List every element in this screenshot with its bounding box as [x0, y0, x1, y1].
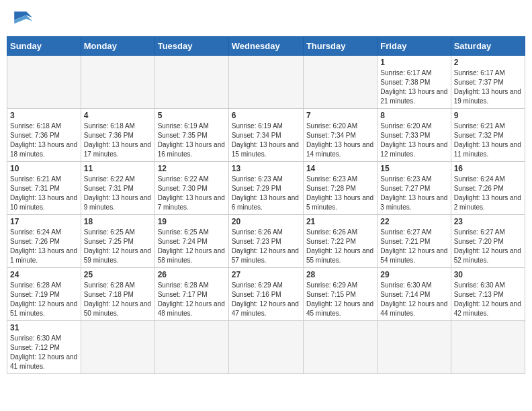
logo [9, 7, 36, 31]
day-info: Sunrise: 6:23 AM Sunset: 7:29 PM Dayligh… [232, 175, 300, 212]
day-info: Sunrise: 6:29 AM Sunset: 7:16 PM Dayligh… [232, 281, 300, 318]
day-info: Sunrise: 6:30 AM Sunset: 7:13 PM Dayligh… [454, 281, 522, 318]
calendar-cell [228, 56, 303, 109]
logo-icon [9, 7, 34, 31]
day-number: 27 [232, 270, 300, 279]
calendar-cell: 30Sunrise: 6:30 AM Sunset: 7:13 PM Dayli… [451, 268, 525, 321]
day-number: 12 [158, 164, 226, 173]
week-row-4: 17Sunrise: 6:24 AM Sunset: 7:26 PM Dayli… [7, 215, 525, 268]
day-number: 30 [454, 270, 522, 279]
day-header-tuesday: Tuesday [154, 37, 228, 56]
calendar-cell [81, 56, 154, 109]
day-info: Sunrise: 6:21 AM Sunset: 7:32 PM Dayligh… [454, 122, 522, 159]
day-info: Sunrise: 6:30 AM Sunset: 7:14 PM Dayligh… [380, 281, 447, 318]
day-info: Sunrise: 6:22 AM Sunset: 7:31 PM Dayligh… [84, 175, 152, 212]
day-number: 8 [380, 111, 447, 120]
calendar-cell: 21Sunrise: 6:26 AM Sunset: 7:22 PM Dayli… [303, 215, 377, 268]
day-info: Sunrise: 6:19 AM Sunset: 7:34 PM Dayligh… [232, 122, 300, 159]
week-row-1: 1Sunrise: 6:17 AM Sunset: 7:38 PM Daylig… [7, 56, 525, 109]
day-header-wednesday: Wednesday [228, 37, 303, 56]
calendar-cell: 2Sunrise: 6:17 AM Sunset: 7:37 PM Daylig… [451, 56, 525, 109]
day-number: 15 [380, 164, 447, 173]
calendar-cell: 16Sunrise: 6:24 AM Sunset: 7:26 PM Dayli… [451, 162, 525, 215]
calendar-cell: 24Sunrise: 6:28 AM Sunset: 7:19 PM Dayli… [7, 268, 81, 321]
calendar-cell: 15Sunrise: 6:23 AM Sunset: 7:27 PM Dayli… [378, 162, 451, 215]
day-number: 5 [158, 111, 226, 120]
calendar-cell [154, 56, 228, 109]
day-info: Sunrise: 6:30 AM Sunset: 7:12 PM Dayligh… [10, 334, 78, 371]
day-info: Sunrise: 6:18 AM Sunset: 7:36 PM Dayligh… [84, 122, 152, 159]
calendar-cell: 5Sunrise: 6:19 AM Sunset: 7:35 PM Daylig… [154, 109, 228, 162]
day-number: 18 [84, 217, 152, 226]
calendar-cell: 17Sunrise: 6:24 AM Sunset: 7:26 PM Dayli… [7, 215, 81, 268]
day-number: 23 [454, 217, 522, 226]
calendar-cell: 23Sunrise: 6:27 AM Sunset: 7:20 PM Dayli… [451, 215, 525, 268]
day-info: Sunrise: 6:19 AM Sunset: 7:35 PM Dayligh… [158, 122, 226, 159]
day-info: Sunrise: 6:27 AM Sunset: 7:20 PM Dayligh… [454, 228, 522, 265]
calendar-cell: 14Sunrise: 6:23 AM Sunset: 7:28 PM Dayli… [303, 162, 377, 215]
calendar-cell: 1Sunrise: 6:17 AM Sunset: 7:38 PM Daylig… [378, 56, 451, 109]
calendar-cell [7, 56, 81, 109]
day-header-monday: Monday [81, 37, 154, 56]
day-number: 10 [10, 164, 78, 173]
day-number: 25 [84, 270, 152, 279]
calendar-cell: 4Sunrise: 6:18 AM Sunset: 7:36 PM Daylig… [81, 109, 154, 162]
day-header-thursday: Thursday [303, 37, 377, 56]
calendar-table: SundayMondayTuesdayWednesdayThursdayFrid… [7, 36, 525, 374]
day-number: 17 [10, 217, 78, 226]
calendar-cell [303, 321, 377, 374]
calendar-cell: 10Sunrise: 6:21 AM Sunset: 7:31 PM Dayli… [7, 162, 81, 215]
day-number: 22 [380, 217, 447, 226]
calendar-cell: 31Sunrise: 6:30 AM Sunset: 7:12 PM Dayli… [7, 321, 81, 374]
day-info: Sunrise: 6:17 AM Sunset: 7:38 PM Dayligh… [380, 68, 447, 106]
day-info: Sunrise: 6:21 AM Sunset: 7:31 PM Dayligh… [10, 175, 78, 212]
day-header-sunday: Sunday [7, 37, 81, 56]
calendar-cell [81, 321, 154, 374]
week-row-6: 31Sunrise: 6:30 AM Sunset: 7:12 PM Dayli… [7, 321, 525, 374]
week-row-2: 3Sunrise: 6:18 AM Sunset: 7:36 PM Daylig… [7, 109, 525, 162]
calendar-header: SundayMondayTuesdayWednesdayThursdayFrid… [7, 37, 525, 56]
day-number: 2 [454, 58, 522, 67]
calendar-cell [378, 321, 451, 374]
calendar-cell: 26Sunrise: 6:28 AM Sunset: 7:17 PM Dayli… [154, 268, 228, 321]
calendar-cell: 28Sunrise: 6:29 AM Sunset: 7:15 PM Dayli… [303, 268, 377, 321]
calendar-cell: 13Sunrise: 6:23 AM Sunset: 7:29 PM Dayli… [228, 162, 303, 215]
day-info: Sunrise: 6:24 AM Sunset: 7:26 PM Dayligh… [10, 228, 78, 265]
calendar-cell: 22Sunrise: 6:27 AM Sunset: 7:21 PM Dayli… [378, 215, 451, 268]
calendar-cell [451, 321, 525, 374]
day-number: 16 [454, 164, 522, 173]
calendar-cell: 3Sunrise: 6:18 AM Sunset: 7:36 PM Daylig… [7, 109, 81, 162]
day-number: 3 [10, 111, 78, 120]
calendar-cell: 29Sunrise: 6:30 AM Sunset: 7:14 PM Dayli… [378, 268, 451, 321]
day-number: 26 [158, 270, 226, 279]
day-number: 31 [10, 323, 78, 332]
calendar-cell: 25Sunrise: 6:28 AM Sunset: 7:18 PM Dayli… [81, 268, 154, 321]
day-info: Sunrise: 6:28 AM Sunset: 7:17 PM Dayligh… [158, 281, 226, 318]
day-info: Sunrise: 6:24 AM Sunset: 7:26 PM Dayligh… [454, 175, 522, 212]
day-number: 11 [84, 164, 152, 173]
day-info: Sunrise: 6:28 AM Sunset: 7:18 PM Dayligh… [84, 281, 152, 318]
calendar-cell: 12Sunrise: 6:22 AM Sunset: 7:30 PM Dayli… [154, 162, 228, 215]
calendar-cell: 18Sunrise: 6:25 AM Sunset: 7:25 PM Dayli… [81, 215, 154, 268]
calendar-cell [154, 321, 228, 374]
day-number: 28 [306, 270, 374, 279]
calendar-cell [303, 56, 377, 109]
day-number: 21 [306, 217, 374, 226]
day-info: Sunrise: 6:20 AM Sunset: 7:33 PM Dayligh… [380, 122, 447, 159]
day-info: Sunrise: 6:20 AM Sunset: 7:34 PM Dayligh… [306, 122, 374, 159]
day-number: 29 [380, 270, 447, 279]
days-row: SundayMondayTuesdayWednesdayThursdayFrid… [7, 37, 525, 56]
calendar-cell [228, 321, 303, 374]
day-number: 6 [232, 111, 300, 120]
calendar-cell: 6Sunrise: 6:19 AM Sunset: 7:34 PM Daylig… [228, 109, 303, 162]
day-info: Sunrise: 6:22 AM Sunset: 7:30 PM Dayligh… [158, 175, 226, 212]
day-number: 7 [306, 111, 374, 120]
calendar-cell: 27Sunrise: 6:29 AM Sunset: 7:16 PM Dayli… [228, 268, 303, 321]
calendar-cell: 9Sunrise: 6:21 AM Sunset: 7:32 PM Daylig… [451, 109, 525, 162]
day-info: Sunrise: 6:27 AM Sunset: 7:21 PM Dayligh… [380, 228, 447, 265]
week-row-3: 10Sunrise: 6:21 AM Sunset: 7:31 PM Dayli… [7, 162, 525, 215]
day-number: 13 [232, 164, 300, 173]
day-info: Sunrise: 6:23 AM Sunset: 7:28 PM Dayligh… [306, 175, 374, 212]
day-info: Sunrise: 6:26 AM Sunset: 7:23 PM Dayligh… [232, 228, 300, 265]
day-info: Sunrise: 6:28 AM Sunset: 7:19 PM Dayligh… [10, 281, 78, 318]
